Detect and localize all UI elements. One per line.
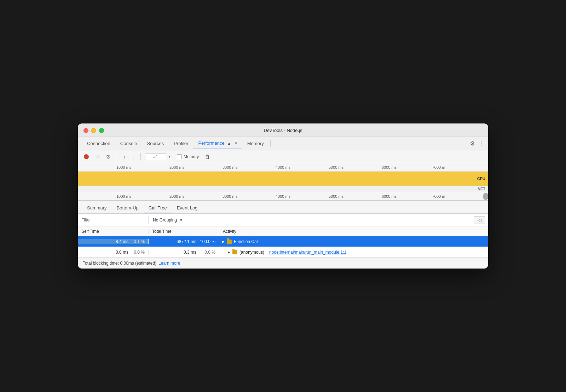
bottom-tabs: Summary Bottom-Up Call Tree Event Log [78,201,488,214]
profile-dropdown[interactable]: #1 ▼ [145,153,171,160]
tick-7000: 7000 m [432,165,445,169]
bottom-panel: Summary Bottom-Up Call Tree Event Log No… [78,201,488,258]
tab-call-tree[interactable]: Call Tree [144,203,172,213]
header-total-time: Total Time [149,229,219,234]
expand-arrow-2[interactable]: ▶ [228,250,230,254]
delete-button[interactable]: 🗑 [203,153,212,161]
filter-input[interactable] [78,216,149,224]
memory-toggle-area[interactable]: Memory [177,154,199,159]
minimize-button[interactable] [91,128,96,133]
tick-bottom-3000: 3000 ms [223,194,237,198]
total-time-pct-1: 100.0 % [198,239,215,244]
expand-arrow-1[interactable]: ▶ [222,240,225,243]
title-bar: DevTools - Node.js [78,123,488,137]
tab-bottom-up[interactable]: Bottom-Up [112,203,144,213]
status-bar: Total blocking time: 0.00ms (estimated) … [78,258,488,269]
learn-more-link[interactable]: Learn more [158,261,180,266]
tab-connection[interactable]: Connection [82,138,115,149]
tab-event-log[interactable]: Event Log [172,203,203,213]
download-icon: ↓ [132,154,134,160]
tab-bar-divider [270,140,271,147]
total-time-val-1: 6872.1 ms [177,239,196,244]
timeline-ruler-top: 1000 ms 2000 ms 3000 ms 4000 ms 5000 ms … [78,163,488,172]
refresh-button[interactable]: ↺ [93,152,102,161]
tab-performance-close[interactable]: ✕ [234,141,237,145]
activity-cell-2: ▶ (anonymous) node:internal/main/run_mai… [219,250,488,255]
tick-bottom-4000: 4000 ms [276,194,290,198]
settings-icon[interactable]: ⚙ [470,140,475,147]
self-time-pct-1: 0.1 % [131,239,145,244]
folder-icon-2 [232,250,237,254]
record-button[interactable] [82,153,91,160]
tick-5000: 5000 ms [329,165,343,169]
delete-icon: 🗑 [205,154,210,160]
memory-checkbox-label: Memory [184,154,199,159]
folder-icon-1 [227,240,232,244]
total-time-pct-2: 0.0 % [198,250,215,255]
upload-button[interactable]: ↑ [121,153,127,161]
tab-performance[interactable]: Performance ▲ ✕ [193,138,242,149]
tick-6000: 6000 ms [382,165,397,169]
filter-grouping-bar: No Grouping ▼ ◁ [78,214,488,226]
self-time-cell-2: 0.0 ms 0.0 % [78,250,149,255]
maximize-button[interactable] [99,128,104,133]
tick-1000: 1000 ms [116,165,131,169]
collapse-icon: ◁ [478,217,481,223]
tab-summary[interactable]: Summary [82,203,112,213]
devtools-window: DevTools - Node.js Connection Console So… [78,123,488,269]
table-header: Self Time Total Time Activity [78,226,488,236]
cpu-label: CPU [477,177,485,181]
grouping-dropdown[interactable]: No Grouping ▼ [149,218,474,223]
activity-name-1: Function Call [234,239,259,244]
table-row[interactable]: 0.0 ms 0.0 % 0.3 ms 0.0 % ▶ (anonymous) … [78,247,488,258]
tick-bottom-6000: 6000 ms [382,194,397,198]
total-time-val-2: 0.3 ms [184,250,196,255]
close-button[interactable] [83,128,88,133]
self-time-val-2: 0.0 ms [116,250,128,255]
download-button[interactable]: ↓ [130,153,136,161]
table-row[interactable]: 8.4 ms 0.1 % 6872.1 ms 100.0 % ▶ Functio… [78,236,488,247]
tick-bottom-7000: 7000 m [432,194,445,198]
status-text: Total blocking time: 0.00ms (estimated) [83,261,156,266]
tab-bar: Connection Console Sources Profiler Perf… [78,137,488,150]
upload-icon: ↑ [123,154,126,160]
tab-profiler[interactable]: Profiler [169,138,193,149]
header-activity: Activity [219,229,488,234]
toolbar-separator-2 [140,153,141,160]
self-time-pct-2: 0.0 % [131,250,145,255]
performance-recording-icon: ▲ [227,141,231,146]
stop-button[interactable]: ⊘ [104,152,112,161]
tab-sources[interactable]: Sources [142,138,169,149]
window-title: DevTools - Node.js [264,128,302,133]
tick-bottom-2000: 2000 ms [169,194,184,198]
timeline-area: 1000 ms 2000 ms 3000 ms 4000 ms 5000 ms … [78,163,488,201]
tick-4000: 4000 ms [276,165,290,169]
profile-dropdown-arrow: ▼ [168,155,171,158]
tab-console[interactable]: Console [115,138,142,149]
refresh-icon: ↺ [95,154,100,160]
tab-memory[interactable]: Memory [242,138,269,149]
activity-name-2: (anonymous) [239,250,264,255]
stop-icon: ⊘ [106,154,111,160]
activity-link-2[interactable]: node:internal/main/run_main_module:1:1 [269,250,346,255]
net-label: NET [478,187,485,191]
cpu-bar: CPU [78,172,488,186]
toolbar-separator-1 [117,153,117,160]
toolbar: ↺ ⊘ ↑ ↓ #1 ▼ Memory 🗑 [78,150,488,163]
tick-2000: 2000 ms [169,165,184,169]
net-bar: NET [78,186,488,192]
grouping-dropdown-arrow: ▼ [179,218,183,223]
memory-checkbox[interactable] [177,154,182,159]
tick-3000: 3000 ms [223,165,237,169]
collapse-button[interactable]: ◁ [474,216,485,224]
timeline-scrollbar[interactable] [483,193,488,200]
more-options-icon[interactable]: ⋮ [478,140,484,147]
self-time-cell-1: 8.4 ms 0.1 % [78,239,149,244]
timeline-ruler-bottom: 1000 ms 2000 ms 3000 ms 4000 ms 5000 ms … [78,192,488,201]
self-time-val-1: 8.4 ms [116,239,128,244]
tick-bottom-5000: 5000 ms [329,194,343,198]
tick-bottom-1000: 1000 ms [116,194,131,198]
activity-cell-1: ▶ Function Call [219,239,488,244]
record-circle-icon [84,154,89,159]
total-time-cell-2: 0.3 ms 0.0 % [149,250,219,255]
